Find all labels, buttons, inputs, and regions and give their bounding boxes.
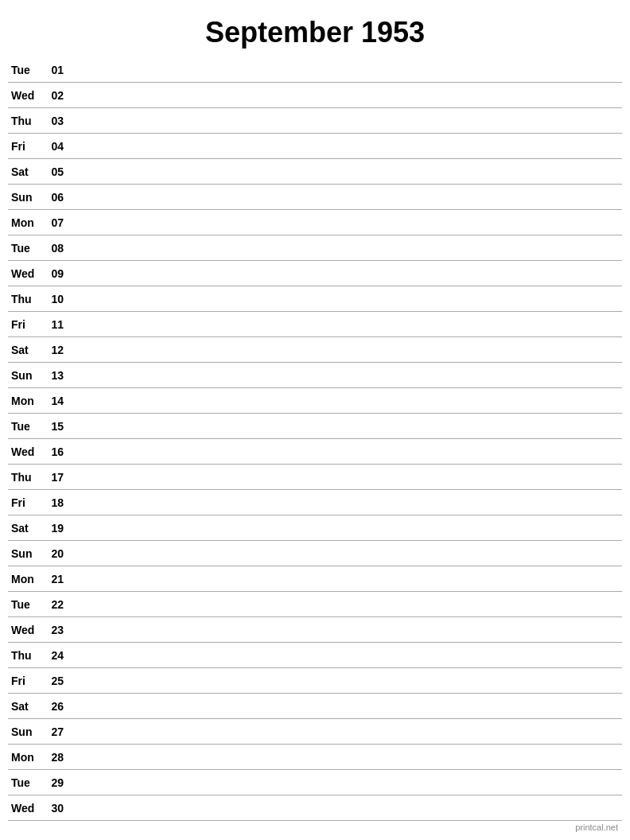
day-row: Sun27 bbox=[8, 719, 622, 745]
day-row: Fri25 bbox=[8, 668, 622, 694]
day-name: Fri bbox=[8, 675, 40, 687]
day-name: Sat bbox=[8, 700, 40, 713]
day-line bbox=[70, 629, 622, 630]
day-line bbox=[70, 451, 622, 452]
day-line bbox=[70, 706, 622, 706]
day-number: 16 bbox=[40, 445, 64, 458]
day-name: Sun bbox=[8, 547, 40, 560]
day-row: Wed30 bbox=[8, 795, 622, 821]
day-line bbox=[70, 324, 622, 325]
day-number: 06 bbox=[40, 191, 64, 204]
day-row: Sat19 bbox=[8, 515, 622, 541]
day-number: 28 bbox=[40, 751, 64, 764]
day-row: Wed23 bbox=[8, 617, 622, 643]
day-name: Tue bbox=[8, 598, 40, 611]
day-row: Fri18 bbox=[8, 490, 622, 515]
day-number: 07 bbox=[40, 216, 64, 229]
day-line bbox=[70, 527, 622, 528]
day-line bbox=[70, 375, 622, 375]
day-line bbox=[70, 298, 622, 299]
watermark: printcal.net bbox=[575, 822, 618, 832]
day-line bbox=[70, 273, 622, 274]
day-name: Sun bbox=[8, 191, 40, 204]
day-row: Tue29 bbox=[8, 770, 622, 795]
calendar-container: Tue01Wed02Thu03Fri04Sat05Sun06Mon07Tue08… bbox=[0, 57, 630, 821]
day-row: Mon07 bbox=[8, 210, 622, 235]
day-number: 08 bbox=[40, 242, 64, 255]
day-line bbox=[70, 69, 622, 70]
day-row: Tue22 bbox=[8, 592, 622, 617]
day-name: Mon bbox=[8, 751, 40, 764]
day-line bbox=[70, 578, 622, 579]
day-line bbox=[70, 120, 622, 121]
day-name: Thu bbox=[8, 115, 40, 127]
day-row: Thu03 bbox=[8, 108, 622, 134]
day-number: 02 bbox=[40, 89, 64, 102]
day-row: Sat05 bbox=[8, 159, 622, 185]
day-row: Mon21 bbox=[8, 566, 622, 592]
day-line bbox=[70, 655, 622, 655]
day-number: 12 bbox=[40, 344, 64, 356]
day-line bbox=[70, 400, 622, 401]
day-name: Mon bbox=[8, 395, 40, 407]
day-line bbox=[70, 807, 622, 808]
day-row: Mon14 bbox=[8, 388, 622, 414]
day-row: Tue01 bbox=[8, 57, 622, 83]
day-line bbox=[70, 349, 622, 350]
day-name: Wed bbox=[8, 802, 40, 815]
day-name: Tue bbox=[8, 776, 40, 789]
day-number: 13 bbox=[40, 369, 64, 382]
day-line bbox=[70, 196, 622, 197]
day-number: 19 bbox=[40, 522, 64, 535]
day-name: Tue bbox=[8, 64, 40, 76]
day-row: Wed09 bbox=[8, 261, 622, 286]
day-row: Fri04 bbox=[8, 134, 622, 159]
day-name: Thu bbox=[8, 649, 40, 662]
day-name: Sat bbox=[8, 344, 40, 356]
day-row: Sat26 bbox=[8, 694, 622, 719]
day-line bbox=[70, 426, 622, 426]
day-name: Wed bbox=[8, 624, 40, 636]
day-row: Mon28 bbox=[8, 745, 622, 770]
day-number: 20 bbox=[40, 547, 64, 560]
day-number: 25 bbox=[40, 675, 64, 687]
day-row: Tue15 bbox=[8, 414, 622, 439]
day-name: Sat bbox=[8, 165, 40, 178]
day-line bbox=[70, 95, 622, 95]
day-name: Sun bbox=[8, 725, 40, 738]
day-row: Wed02 bbox=[8, 83, 622, 108]
day-line bbox=[70, 604, 622, 605]
day-line bbox=[70, 502, 622, 503]
day-number: 09 bbox=[40, 267, 64, 280]
day-row: Thu24 bbox=[8, 643, 622, 668]
day-line bbox=[70, 146, 622, 146]
day-number: 03 bbox=[40, 115, 64, 127]
day-name: Thu bbox=[8, 471, 40, 484]
day-row: Thu10 bbox=[8, 286, 622, 312]
day-number: 22 bbox=[40, 598, 64, 611]
day-number: 18 bbox=[40, 496, 64, 509]
page-title: September 1953 bbox=[0, 0, 630, 57]
day-line bbox=[70, 553, 622, 554]
day-line bbox=[70, 476, 622, 477]
day-name: Wed bbox=[8, 89, 40, 102]
day-number: 04 bbox=[40, 140, 64, 153]
day-number: 30 bbox=[40, 802, 64, 815]
day-name: Tue bbox=[8, 420, 40, 433]
day-name: Wed bbox=[8, 267, 40, 280]
day-line bbox=[70, 782, 622, 783]
day-number: 27 bbox=[40, 725, 64, 738]
day-name: Sun bbox=[8, 369, 40, 382]
day-number: 24 bbox=[40, 649, 64, 662]
day-line bbox=[70, 756, 622, 757]
day-name: Wed bbox=[8, 445, 40, 458]
day-row: Wed16 bbox=[8, 439, 622, 465]
day-name: Fri bbox=[8, 318, 40, 331]
day-name: Thu bbox=[8, 293, 40, 305]
day-row: Sun06 bbox=[8, 185, 622, 210]
day-number: 01 bbox=[40, 64, 64, 76]
day-name: Sat bbox=[8, 522, 40, 535]
day-number: 15 bbox=[40, 420, 64, 433]
day-line bbox=[70, 680, 622, 681]
day-line bbox=[70, 731, 622, 732]
